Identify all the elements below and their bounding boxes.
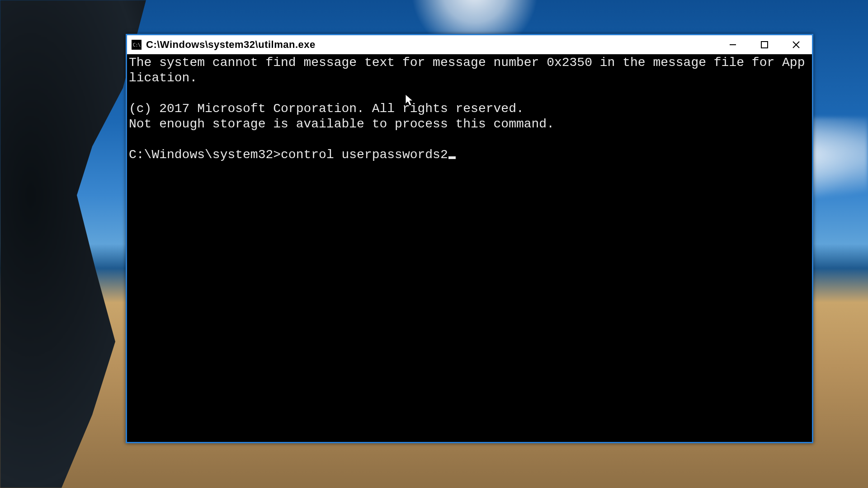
console-line-copyright: (c) 2017 Microsoft Corporation. All righ… (129, 102, 524, 116)
console-line-storage: Not enough storage is available to proce… (129, 117, 554, 131)
close-button[interactable] (780, 35, 812, 54)
console-output[interactable]: The system cannot find message text for … (127, 54, 812, 442)
text-cursor (448, 156, 456, 159)
window-title: C:\Windows\system32\utilman.exe (146, 39, 316, 51)
svg-rect-1 (761, 42, 768, 48)
minimize-icon (729, 41, 737, 49)
maximize-icon (760, 41, 769, 49)
command-prompt-window[interactable]: C:\ C:\Windows\system32\utilman.exe (126, 34, 813, 443)
console-line-error: The system cannot find message text for … (129, 56, 805, 85)
prompt-path: C:\Windows\system32> (129, 148, 281, 162)
close-icon (792, 40, 801, 49)
titlebar[interactable]: C:\ C:\Windows\system32\utilman.exe (127, 35, 812, 54)
window-controls (717, 35, 812, 54)
minimize-button[interactable] (717, 35, 749, 54)
cmd-icon: C:\ (132, 40, 142, 50)
desktop-wallpaper: C:\ C:\Windows\system32\utilman.exe (0, 0, 868, 488)
typed-command: control userpasswords2 (281, 148, 448, 162)
maximize-button[interactable] (749, 35, 780, 54)
